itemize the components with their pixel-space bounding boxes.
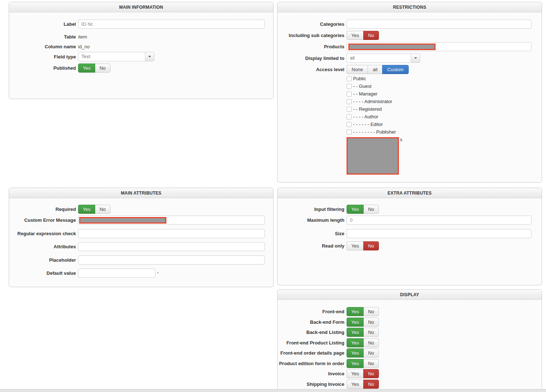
- access-level-option-administrator[interactable]: - - - - Administrator: [347, 98, 542, 105]
- front-end-product-listing-no-button[interactable]: No: [363, 338, 379, 347]
- back-end-form-yes-button[interactable]: Yes: [347, 318, 364, 327]
- including-sub-categories-yes-button[interactable]: Yes: [347, 31, 364, 40]
- categories-row: Categories: [278, 20, 542, 29]
- attributes-input[interactable]: [78, 242, 265, 251]
- access-level-option-publisher[interactable]: - - - - - - - - Publisher: [347, 128, 542, 136]
- checkbox[interactable]: [347, 122, 352, 127]
- display-limited-to-field-label: Display limited to: [278, 56, 344, 61]
- front-end-row: Front-end Yes No: [278, 307, 542, 316]
- main-attributes-body: Required Yes No Custom Error Message Reg…: [9, 198, 273, 278]
- redacted-region: [347, 137, 399, 175]
- product-edition-form-in-order-row: Product edition form in order Yes No: [278, 359, 542, 368]
- display-limited-to-dropdown-button[interactable]: [411, 53, 420, 63]
- categories-input[interactable]: [347, 20, 531, 29]
- access-level-all-button[interactable]: all: [368, 65, 383, 74]
- checkbox[interactable]: [347, 91, 352, 97]
- published-row: Published Yes No: [9, 64, 273, 73]
- access-level-option-author[interactable]: - - - - Author: [347, 113, 542, 121]
- size-row: Size: [278, 229, 542, 238]
- products-input[interactable]: [347, 42, 531, 51]
- access-level-option-public[interactable]: Public: [347, 75, 542, 82]
- front-end-order-details-page-field-label: Front-end order details page: [278, 350, 344, 356]
- checkbox[interactable]: [347, 99, 352, 104]
- input-filtering-row: Input filtering Yes No: [278, 205, 542, 214]
- label-row: Label ID Nr.: [9, 20, 273, 29]
- front-end-yes-button[interactable]: Yes: [347, 307, 364, 316]
- regular-expression-check-input[interactable]: [78, 229, 265, 238]
- display-panel: DISPLAY Front-end Yes No Back-end Form Y…: [277, 289, 542, 392]
- published-yes-button[interactable]: Yes: [78, 64, 95, 73]
- access-level-option-registered[interactable]: - - Registered: [347, 105, 542, 113]
- front-end-product-listing-yes-button[interactable]: Yes: [347, 338, 364, 347]
- checkbox[interactable]: [347, 76, 352, 81]
- access-level-option-manager[interactable]: - - Manager: [347, 90, 542, 98]
- input-filtering-yes-button[interactable]: Yes: [347, 205, 364, 214]
- label-input[interactable]: ID Nr.: [78, 20, 265, 29]
- read-only-yes-button[interactable]: Yes: [347, 241, 364, 250]
- access-level-row: Access level None all Custom: [278, 65, 542, 74]
- checkbox[interactable]: [347, 130, 352, 135]
- including-sub-categories-no-button[interactable]: No: [363, 31, 379, 40]
- default-value-field-label: Default value: [9, 270, 76, 276]
- read-only-no-button[interactable]: No: [363, 241, 379, 250]
- checkbox[interactable]: [347, 114, 352, 119]
- back-end-listing-no-button[interactable]: No: [363, 328, 379, 337]
- field-type-select: Text: [78, 52, 154, 61]
- invoice-no-button[interactable]: No: [363, 369, 379, 378]
- published-no-button[interactable]: No: [95, 64, 110, 73]
- read-only-field-label: Read only: [278, 243, 344, 249]
- access-level-option-editor[interactable]: - - - - - - Editor: [347, 121, 542, 128]
- front-end-order-details-page-no-button[interactable]: No: [363, 348, 379, 358]
- product-edition-form-in-order-field-label: Product edition form in order: [278, 361, 344, 366]
- display-body: Front-end Yes No Back-end Form Yes No Ba…: [278, 300, 542, 389]
- maximum-length-input[interactable]: 0: [347, 216, 531, 225]
- access-level-none-button[interactable]: None: [347, 65, 368, 74]
- required-field-label: Required: [9, 207, 76, 212]
- restrictions-body: Categories Including sub categories Yes …: [278, 12, 542, 136]
- back-end-form-toggle: Yes No: [347, 318, 379, 327]
- back-end-form-no-button[interactable]: No: [363, 318, 379, 327]
- display-limited-to-select-value[interactable]: all: [347, 53, 411, 63]
- default-value-input[interactable]: [78, 269, 155, 278]
- read-only-row: Read only Yes No: [278, 241, 542, 250]
- product-edition-form-in-order-no-button[interactable]: No: [363, 359, 379, 368]
- checkbox[interactable]: [347, 107, 352, 112]
- table-value: item: [78, 34, 87, 40]
- product-edition-form-in-order-toggle: Yes No: [347, 359, 379, 368]
- redacted-region: [348, 44, 436, 50]
- access-level-custom-button[interactable]: Custom: [382, 65, 409, 74]
- product-edition-form-in-order-yes-button[interactable]: Yes: [347, 359, 364, 368]
- front-end-order-details-page-yes-button[interactable]: Yes: [347, 348, 364, 358]
- shipping-invoice-no-button[interactable]: No: [363, 380, 379, 389]
- front-end-order-details-page-row: Front-end order details page Yes No: [278, 348, 542, 358]
- size-input[interactable]: [347, 229, 531, 238]
- invoice-yes-button[interactable]: Yes: [347, 369, 364, 378]
- front-end-toggle: Yes No: [347, 307, 379, 316]
- custom-error-message-input[interactable]: [78, 216, 265, 225]
- regular-expression-check-row: Regular expression check: [9, 229, 273, 238]
- access-level-option-guest[interactable]: - - Guest: [347, 82, 542, 90]
- required-no-button[interactable]: No: [95, 205, 110, 214]
- chevron-down-icon: [414, 57, 417, 59]
- shipping-invoice-yes-button[interactable]: Yes: [347, 380, 364, 389]
- placeholder-input[interactable]: [78, 256, 265, 265]
- input-filtering-no-button[interactable]: No: [363, 205, 379, 214]
- field-type-dropdown-button[interactable]: [145, 52, 154, 61]
- required-yes-button[interactable]: Yes: [78, 205, 95, 214]
- front-end-no-button[interactable]: No: [363, 307, 379, 316]
- column-name-row: Column name id_no: [9, 43, 273, 50]
- checkbox[interactable]: [347, 84, 352, 89]
- custom-error-message-field-label: Custom Error Message: [9, 217, 76, 223]
- field-type-field-label: Field type: [9, 54, 76, 60]
- table-field-label: Table: [9, 34, 76, 40]
- front-end-product-listing-toggle: Yes No: [347, 338, 379, 347]
- back-end-listing-yes-button[interactable]: Yes: [347, 328, 364, 337]
- chevron-down-icon: [148, 56, 151, 57]
- invoice-row: Invoice Yes No: [278, 369, 542, 378]
- field-type-select-value[interactable]: Text: [78, 52, 145, 61]
- placeholder-row: Placeholder: [9, 256, 273, 265]
- panel-title: EXTRA ATTRIBUTES: [278, 188, 542, 198]
- horizontal-scrollbar[interactable]: [0, 389, 546, 392]
- access-level-field-label: Access level: [278, 67, 344, 72]
- categories-field-label: Categories: [278, 21, 344, 27]
